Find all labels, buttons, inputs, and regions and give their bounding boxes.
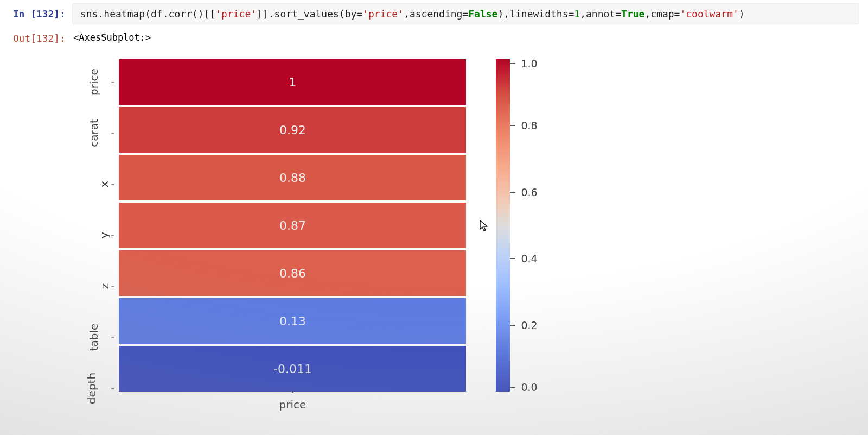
x-tick-label: 'price — [119, 390, 466, 411]
colorbar-tick: 0.6 — [510, 186, 537, 198]
output-text: <AxesSubplot:> — [72, 28, 151, 43]
colorbar-tick: 0.2 — [510, 319, 537, 331]
heatmap-cell: 1 — [119, 59, 466, 105]
heatmap-cell: 0.88 — [119, 155, 466, 200]
output-prompt: Out[132]: — [3, 28, 72, 44]
colorbar-gradient — [496, 59, 510, 392]
y-tick-label: price- — [80, 59, 114, 105]
y-tick-label: x- — [101, 161, 114, 207]
colorbar-tick: 1.0 — [510, 58, 537, 70]
y-tick-label: depth- — [76, 365, 114, 411]
colorbar: 0.00.20.40.60.81.0 — [496, 59, 548, 411]
heatmap-cell: 0.92 — [119, 107, 466, 153]
x-axis-labels: 'price — [119, 390, 466, 411]
y-axis-labels: price-carat-x-y-z-table-depth- — [76, 59, 119, 411]
y-tick-label: y- — [101, 212, 114, 258]
heatmap-cell: -0.011 — [119, 346, 466, 392]
code-input[interactable]: sns.heatmap(df.corr()[['price']].sort_va… — [72, 3, 859, 24]
y-tick-label: z- — [102, 263, 115, 309]
output-cell: Out[132]: <AxesSubplot:> — [0, 24, 868, 44]
colorbar-ticks: 0.00.20.40.60.81.0 — [510, 59, 548, 392]
colorbar-tick: 0.8 — [510, 119, 537, 131]
input-prompt: In [132]: — [3, 3, 72, 20]
colorbar-tick: 0.4 — [510, 253, 537, 264]
heatmap-cell: 0.87 — [119, 203, 466, 248]
heatmap-chart: price-carat-x-y-z-table-depth- 10.920.88… — [76, 59, 868, 411]
code-cell: In [132]: sns.heatmap(df.corr()[['price'… — [0, 0, 868, 24]
y-tick-label: carat- — [80, 110, 115, 156]
heatmap-body: 10.920.880.870.860.13-0.011 — [119, 59, 466, 392]
colorbar-tick: 0.0 — [510, 381, 537, 393]
heatmap-body-wrap: 10.920.880.870.860.13-0.011 'price — [119, 59, 466, 411]
heatmap-cell: 0.13 — [119, 298, 466, 344]
y-tick-label: table- — [80, 314, 115, 360]
heatmap-cell: 0.86 — [119, 250, 466, 296]
